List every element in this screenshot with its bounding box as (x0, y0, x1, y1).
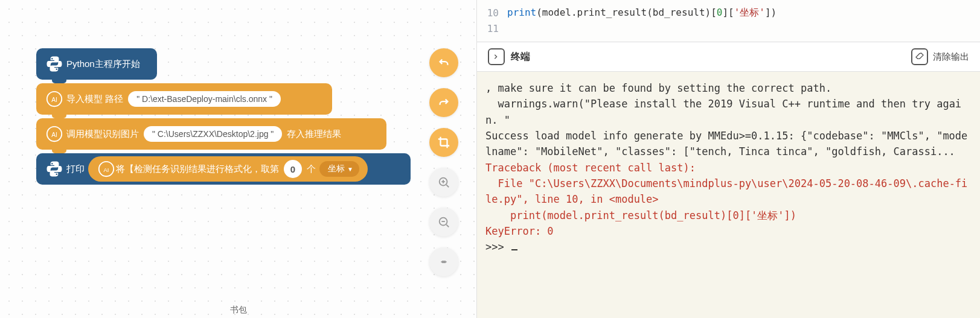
import-prefix-label: 导入模型 路径 (66, 94, 123, 105)
fmt-index-input[interactable]: 0 (284, 160, 302, 178)
terminal-line: print(model.print_result(bd_result)[0]['… (485, 208, 972, 223)
block-import-model[interactable]: AI 导入模型 路径 " D:\ext-BaseDeploy-main\cls.… (36, 83, 332, 115)
svg-text:AI: AI (51, 97, 57, 103)
ai-icon: AI (97, 159, 116, 179)
terminal-line: warnings.warn("Please install the 2019 V… (485, 96, 972, 128)
code-line[interactable]: 10 print(model.print_result(bd_result)[0… (482, 5, 980, 21)
fmt-field-dropdown[interactable]: 坐标 ▼ (319, 161, 359, 177)
terminal-icon (488, 48, 505, 65)
ai-icon: AI (42, 87, 66, 111)
ai-icon: AI (42, 122, 66, 146)
reset-zoom-button[interactable]: = (429, 247, 458, 276)
blocks-workspace[interactable]: Python主程序开始 AI 导入模型 路径 " D:\ext-BaseDepl… (0, 0, 477, 318)
terminal-line: , make sure it can be found by setting t… (485, 80, 972, 96)
terminal-title: 终端 (511, 51, 530, 63)
line-number: 10 (482, 7, 507, 19)
bottom-drawer-title: 书包 (230, 305, 247, 316)
block-format-result[interactable]: AI 将【检测任务识别结果进行格式化，取第 0 个 坐标 ▼ (88, 156, 368, 182)
terminal-line: KeyError: 0 (485, 223, 972, 239)
fmt-dropdown-value: 坐标 (328, 164, 345, 174)
terminal-line: File "C:\Users\ZZXX\Documents\mindplus-p… (485, 176, 972, 208)
redo-button[interactable] (429, 88, 458, 117)
terminal-line: Success load model info generate by MMEd… (485, 128, 972, 160)
zoom-out-button[interactable] (429, 208, 458, 237)
block-python-start[interactable]: Python主程序开始 (36, 48, 157, 80)
call-image-path-input[interactable]: " C:\Users\ZZXX\Desktop\2.jpg " (144, 126, 282, 142)
python-icon (42, 52, 66, 76)
undo-button[interactable] (429, 48, 458, 77)
terminal-cursor (511, 249, 517, 250)
block-print[interactable]: 打印 AI 将【检测任务识别结果进行格式化，取第 0 个 坐标 ▼ (36, 153, 411, 185)
clear-output-button[interactable]: 清除输出 (911, 48, 969, 65)
terminal-line: >>> (485, 239, 972, 255)
fmt-unit-label: 个 (307, 164, 316, 175)
line-number: 11 (482, 23, 507, 34)
import-path-input[interactable]: " D:\ext-BaseDeploy-main\cls.onnx " (128, 91, 281, 107)
chevron-down-icon: ▼ (347, 166, 353, 173)
svg-text:AI: AI (104, 167, 109, 173)
code-text: print(model.print_result(bd_result)[0]['… (507, 7, 777, 19)
crop-button[interactable] (429, 128, 458, 157)
terminal-output[interactable]: , make sure it can be found by setting t… (477, 72, 980, 318)
fmt-prefix-label: 将【检测任务识别结果进行格式化，取第 (116, 164, 279, 175)
python-icon (42, 157, 66, 181)
call-prefix-label: 调用模型识别图片 (66, 129, 139, 140)
terminal-header: 终端 清除输出 (477, 42, 980, 72)
print-label: 打印 (66, 164, 85, 175)
svg-text:=: = (441, 257, 446, 266)
zoom-in-button[interactable] (429, 168, 458, 197)
block-call-model[interactable]: AI 调用模型识别图片 " C:\Users\ZZXX\Desktop\2.jp… (36, 118, 386, 150)
svg-text:AI: AI (51, 132, 57, 138)
terminal-line: Traceback (most recent call last): (485, 160, 972, 176)
clear-output-label: 清除输出 (933, 51, 969, 63)
code-line[interactable]: 11 (482, 21, 980, 37)
block-start-label: Python主程序开始 (66, 59, 140, 70)
call-suffix-label: 存入推理结果 (287, 129, 341, 140)
eraser-icon (911, 48, 928, 65)
code-editor[interactable]: 10 print(model.print_result(bd_result)[0… (477, 0, 980, 42)
